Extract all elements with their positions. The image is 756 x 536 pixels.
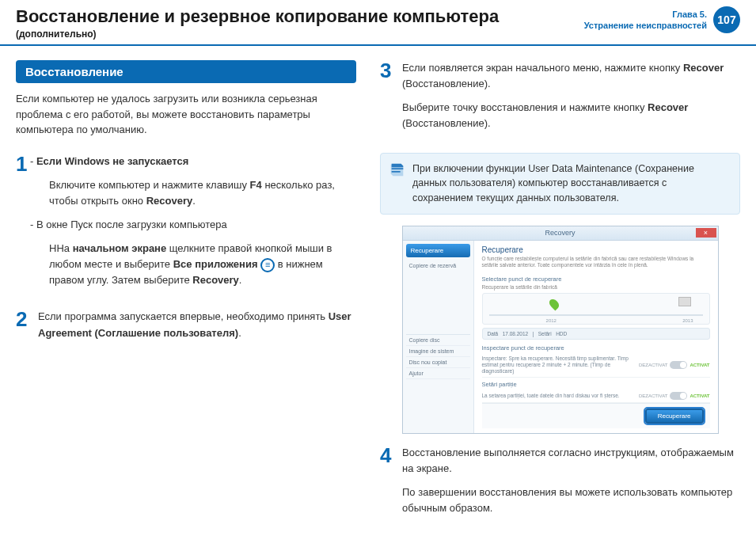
section-heading-recovery: Восстановление — [16, 60, 356, 83]
timeline-flag-icon[interactable] — [678, 297, 691, 306]
step3-p1: Если появляется экран начального меню, н… — [402, 60, 740, 92]
close-icon[interactable]: × — [696, 228, 716, 238]
sidebar-item-backup[interactable]: Copiere de rezervă — [406, 260, 470, 271]
title-block: Восстановление и резервное копирование к… — [16, 6, 499, 40]
toggle-track-icon — [670, 392, 687, 400]
intro-text: Если компьютер не удалось загрузить или … — [16, 91, 356, 138]
step-number: 1 — [16, 154, 30, 297]
sidebar-item-system-image[interactable]: Imagine de sistem — [406, 346, 470, 357]
shot-footer: Recuperare — [482, 403, 710, 428]
page-subtitle: (дополнительно) — [16, 29, 499, 40]
chapter-line1: Глава 5. — [584, 9, 707, 20]
note-box: При включении функции User Data Maintena… — [380, 153, 740, 215]
left-column: Восстановление Если компьютер не удалось… — [16, 60, 356, 536]
recovery-timeline[interactable]: 2012 2013 — [482, 293, 710, 325]
sidebar-bottom-nav: Copiere disc Imagine de sistem Disc nou … — [406, 334, 470, 379]
page-number-badge: 107 — [713, 6, 740, 33]
chapter-text: Глава 5. Устранение неисправностей — [584, 9, 707, 32]
row-text: La setarea partiției, toate datele din h… — [482, 393, 639, 399]
recovery-app-screenshot: Recovery × Recuperare Copiere de rezervă… — [402, 226, 719, 434]
step1-heading-b: - В окне Пуск после загрузки компьютера — [30, 217, 356, 233]
shot-section-subtext: Recuperare la setările din fabrică — [482, 284, 710, 291]
shot-section-select-point: Selectare punct de recuperare — [482, 276, 710, 283]
step-1: 1 - Если Windows не запускается Включите… — [16, 154, 356, 297]
shot-heading: Recuperare — [482, 245, 710, 254]
step4-p2: По завершении восстановления вы можете и… — [402, 485, 740, 516]
step-body: Восстановление выполняется согласно инст… — [402, 445, 740, 525]
note-text: При включении функции User Data Maintena… — [412, 163, 694, 204]
shot-sidebar: Recuperare Copiere de rezervă Copiere di… — [403, 241, 474, 433]
chapter-block: Глава 5. Устранение неисправностей 107 — [584, 6, 740, 33]
sidebar-item-help[interactable]: Ajutor — [406, 368, 470, 379]
toggle-partition[interactable]: DEZACTIVAT ACTIVAT — [639, 392, 710, 400]
sidebar-item-disc-copy[interactable]: Copiere disc — [406, 335, 470, 346]
timeline-year: 2012 — [546, 318, 557, 323]
step2-text: Если программа запускается впервые, необ… — [38, 309, 356, 340]
step3-p2: Выберите точку восстановления и нажмите … — [402, 100, 740, 131]
page-title: Восстановление и резервное копирование к… — [16, 6, 499, 27]
sidebar-tab-recuperare[interactable]: Recuperare — [406, 244, 470, 257]
sidebar-item-new-disc[interactable]: Disc nou copiat — [406, 357, 470, 368]
step-number: 4 — [380, 445, 394, 525]
content-columns: Восстановление Если компьютер не удалось… — [0, 46, 756, 536]
shot-main: Recuperare O funcție care restabilește c… — [474, 241, 718, 433]
row-text: Inspectare: Spre ka recuperare. Necesită… — [482, 355, 639, 374]
recover-button[interactable]: Recuperare — [645, 409, 704, 424]
step4-p1: Восстановление выполняется согласно инст… — [402, 445, 740, 477]
shot-section-partition: Setări partiție — [482, 381, 710, 388]
toggle-inspect[interactable]: DEZACTIVAT ACTIVAT — [639, 361, 710, 369]
step-2: 2 Если программа запускается впервые, не… — [16, 309, 356, 348]
shot-section-inspect: Inspectare punct de recuperare — [482, 344, 710, 352]
shot-infobar: Dată 17.08.2012 | Setări HDD — [482, 328, 710, 340]
shot-description: O funcție care restabilește computerul l… — [482, 256, 710, 269]
page-header: Восстановление и резервное копирование к… — [0, 0, 756, 46]
step1-p2: ННа начальном экране щелкните правой кно… — [38, 241, 356, 288]
timeline-track — [489, 314, 703, 316]
note-icon — [389, 162, 406, 179]
right-column: 3 Если появляется экран начального меню,… — [380, 60, 740, 536]
step-body: Если появляется экран начального меню, н… — [402, 60, 740, 140]
step-4: 4 Восстановление выполняется согласно ин… — [380, 445, 740, 525]
timeline-pin-icon[interactable] — [548, 298, 561, 311]
shot-row-inspect: Inspectare: Spre ka recuperare. Necesită… — [482, 353, 710, 377]
step-number: 2 — [16, 309, 30, 348]
step1-p1: Включите компьютер и нажмите клавишу F4 … — [38, 177, 356, 209]
all-apps-icon — [260, 258, 275, 272]
shot-title: Recovery — [545, 229, 575, 237]
toggle-track-icon — [670, 361, 687, 369]
timeline-year: 2013 — [682, 318, 693, 323]
step-3: 3 Если появляется экран начального меню,… — [380, 60, 740, 140]
shot-row-partition: La setarea partiției, toate datele din h… — [482, 390, 710, 403]
shot-titlebar: Recovery × — [403, 226, 718, 241]
step-body: Если программа запускается впервые, необ… — [38, 309, 356, 348]
step-body: - Если Windows не запускается Включите к… — [38, 154, 356, 297]
shot-body: Recuperare Copiere de rezervă Copiere di… — [403, 241, 718, 433]
chapter-line2: Устранение неисправностей — [584, 20, 707, 31]
step-number: 3 — [380, 60, 394, 140]
step1-heading-a: - Если Windows не запускается — [30, 154, 356, 169]
